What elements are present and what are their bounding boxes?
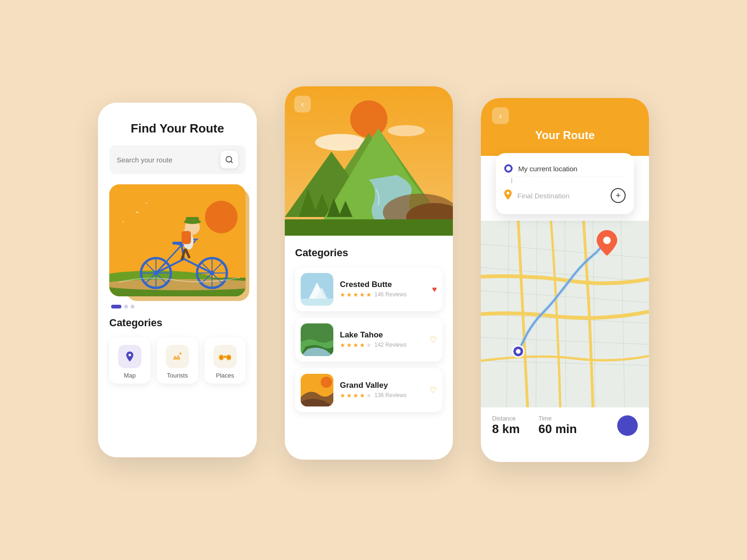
current-location-text: My current location	[518, 165, 626, 173]
map-svg	[481, 221, 649, 407]
places-label: Places	[216, 372, 234, 379]
category-item-lake-tahoe[interactable]: Lake Tahoe ★ ★ ★ ★ ★ 142 Reviews ♡	[295, 318, 443, 362]
favorite-lake-tahoe-button[interactable]: ♡	[430, 335, 437, 345]
map-icon-bg	[118, 345, 141, 368]
phone-2-hero: ‹	[285, 86, 453, 236]
lake-tahoe-name: Lake Tahoe	[340, 330, 423, 340]
lake-tahoe-thumb	[301, 323, 333, 356]
category-icons-row: Map Tourists	[109, 337, 246, 384]
phone-2-content: Categories Crested Butte ★ ★	[285, 236, 453, 430]
binoculars-icon	[218, 350, 232, 363]
crested-butte-info: Crested Butte ★ ★ ★ ★ ★ 146 Reviews	[340, 280, 425, 299]
favorite-crested-butte-button[interactable]: ♥	[432, 285, 437, 294]
category-tourists[interactable]: Tourists	[157, 337, 198, 384]
grand-valley-thumb	[301, 374, 333, 406]
tourists-label: Tourists	[167, 372, 188, 379]
grand-valley-stars: ★ ★ ★ ★ ★ 136 Reviews	[340, 392, 423, 399]
svg-point-82	[516, 349, 521, 354]
categories-heading: Categories	[109, 317, 246, 329]
lake-tahoe-reviews: 142 Reviews	[374, 342, 407, 349]
search-button[interactable]	[220, 151, 238, 168]
destination-pin-icon	[504, 189, 512, 200]
svg-point-39	[128, 354, 131, 356]
map-area	[481, 221, 649, 407]
svg-point-38	[123, 221, 124, 223]
back-button-3[interactable]: ‹	[492, 107, 509, 124]
category-map[interactable]: Map	[109, 337, 150, 384]
time-stat: Time 60 min	[538, 415, 577, 436]
crested-butte-stars: ★ ★ ★ ★ ★ 146 Reviews	[340, 291, 425, 298]
distance-label: Distance	[492, 415, 520, 422]
category-item-grand-valley[interactable]: Grand Valley ★ ★ ★ ★ ★ 136 Reviews ♡	[295, 368, 443, 412]
bicycle-scene	[109, 184, 246, 296]
svg-point-3	[205, 201, 238, 233]
category-item-crested-butte[interactable]: Crested Butte ★ ★ ★ ★ ★ 146 Reviews ♥	[295, 267, 443, 311]
time-label: Time	[538, 415, 577, 422]
search-bar	[109, 145, 246, 174]
route-inputs-card: My current location Final Destination +	[496, 153, 634, 214]
svg-rect-43	[224, 356, 226, 358]
hero-image	[109, 184, 246, 296]
map-footer: Distance 8 km Time 60 min	[481, 407, 649, 444]
time-value: 60 min	[538, 422, 577, 436]
phone-1-title: Find Your Route	[109, 121, 246, 136]
current-location-row: My current location	[504, 161, 626, 177]
location-pin-wrapper	[504, 164, 513, 173]
svg-point-49	[388, 125, 425, 136]
add-destination-button[interactable]: +	[611, 188, 626, 203]
svg-rect-28	[172, 242, 183, 245]
svg-point-44	[220, 356, 223, 359]
lake-tahoe-stars: ★ ★ ★ ★ ★ 142 Reviews	[340, 342, 423, 349]
route-connector	[511, 178, 512, 183]
svg-point-45	[227, 356, 230, 359]
svg-rect-32	[186, 217, 199, 223]
phone-3-header: ‹ Your Route	[481, 98, 649, 156]
grand-valley-reviews: 136 Reviews	[374, 392, 407, 399]
phone-2: ‹	[285, 86, 453, 460]
dot-3	[131, 305, 134, 308]
phone-3-title: Your Route	[492, 129, 638, 142]
tourists-icon-bg	[166, 345, 189, 368]
map-icon	[124, 350, 136, 363]
categories-list-heading: Categories	[295, 247, 443, 259]
svg-point-83	[603, 237, 611, 244]
svg-rect-60	[285, 219, 453, 236]
destination-row: Final Destination +	[504, 184, 626, 207]
search-icon	[225, 155, 233, 164]
current-location-dot	[504, 164, 513, 173]
phone-1: Find Your Route	[98, 103, 257, 457]
svg-point-68	[507, 192, 509, 195]
svg-rect-33	[182, 231, 191, 244]
map-label: Map	[124, 372, 135, 379]
dot-2	[124, 305, 128, 308]
favorite-grand-valley-button[interactable]: ♡	[430, 385, 437, 395]
route-action-button[interactable]	[617, 415, 638, 436]
lake-tahoe-info: Lake Tahoe ★ ★ ★ ★ ★ 142 Reviews	[340, 330, 423, 350]
destination-pin	[504, 189, 512, 202]
places-icon-bg	[213, 345, 237, 368]
svg-rect-64	[301, 299, 333, 306]
slide-indicator	[111, 305, 246, 308]
svg-point-47	[350, 100, 388, 138]
phone-3: ‹ Your Route My current location	[481, 98, 649, 462]
search-input[interactable]	[117, 156, 220, 164]
distance-value: 8 km	[492, 422, 520, 436]
tourists-icon	[171, 350, 183, 363]
grand-valley-name: Grand Valley	[340, 381, 423, 390]
svg-line-1	[231, 161, 232, 162]
svg-point-67	[321, 377, 332, 388]
distance-stat: Distance 8 km	[492, 415, 520, 436]
back-button-2[interactable]: ‹	[294, 96, 311, 112]
phones-container: Find Your Route	[79, 79, 668, 481]
category-places[interactable]: Places	[204, 337, 246, 384]
destination-text: Final Destination	[517, 192, 605, 200]
hero-card	[109, 184, 246, 296]
crested-butte-thumb	[301, 273, 333, 306]
grand-valley-info: Grand Valley ★ ★ ★ ★ ★ 136 Reviews	[340, 381, 423, 400]
svg-point-40	[179, 352, 181, 354]
svg-point-37	[146, 203, 148, 204]
crested-butte-name: Crested Butte	[340, 280, 425, 289]
dot-active	[111, 305, 121, 308]
svg-point-36	[136, 211, 138, 213]
crested-butte-reviews: 146 Reviews	[374, 291, 407, 298]
